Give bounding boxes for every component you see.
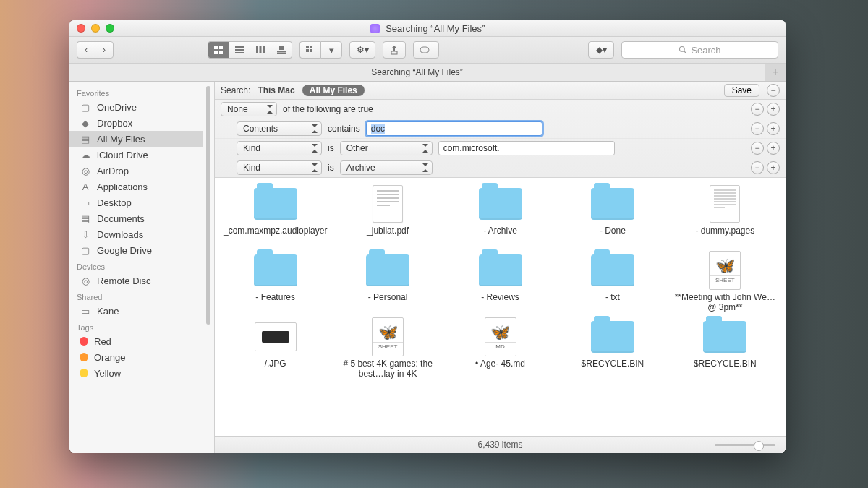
sidebar-item-label: Yellow xyxy=(94,368,121,379)
criterion-3-field[interactable]: Kind xyxy=(237,160,322,175)
file-item[interactable]: $RECYCLE.BIN xyxy=(671,318,780,380)
pages-document-icon xyxy=(710,185,740,223)
tag-icon xyxy=(420,46,433,54)
criterion-2-remove-button[interactable]: − xyxy=(751,142,764,155)
criterion-2-field[interactable]: Kind xyxy=(237,141,322,155)
sidebar-tag-red[interactable]: Red xyxy=(69,333,203,349)
sidebar-item-desktop[interactable]: ▭ Desktop xyxy=(69,194,203,210)
svg-rect-14 xyxy=(310,46,312,48)
criterion-3-add-button[interactable]: + xyxy=(767,161,780,174)
file-document-icon: 🦋SHEET xyxy=(709,251,741,290)
action-button[interactable]: ⚙▾ xyxy=(349,41,375,59)
criterion-1-field[interactable]: Contents xyxy=(237,121,322,136)
criterion-1-add-button[interactable]: + xyxy=(767,122,780,135)
file-item[interactable]: $RECYCLE.BIN xyxy=(558,318,667,380)
sidebar-item-label: Kane xyxy=(97,306,119,317)
sidebar-tag-orange[interactable]: Orange xyxy=(69,349,203,365)
view-list-button[interactable] xyxy=(229,41,250,59)
plus-icon: + xyxy=(772,66,778,79)
criterion-1-value-input[interactable]: doc xyxy=(366,121,542,136)
sidebar-item-dropbox[interactable]: ◆ Dropbox xyxy=(69,115,203,131)
sidebar-item-all-my-files[interactable]: ▤ All My Files xyxy=(69,131,203,147)
save-button[interactable]: Save xyxy=(724,84,760,97)
icon-zoom-slider[interactable] xyxy=(715,441,775,448)
file-item[interactable]: - Personal xyxy=(333,252,442,314)
file-item[interactable]: - Features xyxy=(221,252,330,314)
file-grid[interactable]: _com.maxmpz.audioplayer_jubilat.pdf- Arc… xyxy=(215,178,786,436)
folder-icon xyxy=(479,254,522,286)
search-input[interactable]: Search xyxy=(621,41,778,59)
file-item[interactable]: - txt xyxy=(558,252,667,314)
criterion-0-remove-button[interactable]: − xyxy=(751,103,764,116)
folder-icon xyxy=(591,321,634,353)
scope-this-mac[interactable]: This Mac xyxy=(258,85,294,95)
svg-rect-5 xyxy=(235,49,244,51)
tags-button[interactable] xyxy=(413,41,439,59)
slider-thumb[interactable] xyxy=(754,441,764,451)
file-item[interactable]: _jubilat.pdf xyxy=(333,185,442,247)
main-pane: Search: This Mac All My Files Save − Non… xyxy=(215,82,786,453)
sidebar-item-googledrive[interactable]: ▢ Google Drive xyxy=(69,242,203,258)
file-item[interactable]: - dummy.pages xyxy=(671,185,780,247)
criterion-3-remove-button[interactable]: − xyxy=(751,161,764,174)
file-item[interactable]: 🦋SHEET# 5 best 4K games: the best…lay in… xyxy=(333,318,442,380)
criterion-3-value-kind[interactable]: Archive xyxy=(340,160,433,175)
search-placeholder: Search xyxy=(691,45,720,56)
sidebar-item-label: Documents xyxy=(97,213,145,224)
sidebar-item-documents[interactable]: ▤ Documents xyxy=(69,210,203,226)
criterion-1-remove-button[interactable]: − xyxy=(751,122,764,135)
svg-rect-2 xyxy=(214,51,218,54)
file-item[interactable]: - Reviews xyxy=(446,252,555,314)
forward-button[interactable]: › xyxy=(95,41,114,59)
folder-icon xyxy=(366,254,409,286)
criterion-1-value: doc xyxy=(371,124,385,134)
sidebar-item-icloud[interactable]: ☁ iCloud Drive xyxy=(69,147,203,163)
status-bar: 6,439 items xyxy=(215,436,786,453)
file-item[interactable]: _com.maxmpz.audioplayer xyxy=(221,185,330,247)
sidebar-item-shared-kane[interactable]: ▭ Kane xyxy=(69,303,203,319)
criterion-2-add-button[interactable]: + xyxy=(767,142,780,155)
tab-label: Searching “All My Files” xyxy=(371,67,463,77)
list-view-icon xyxy=(234,45,244,55)
sidebar-item-airdrop[interactable]: ◎ AirDrop xyxy=(69,163,203,179)
sidebar-item-label: Downloads xyxy=(97,229,143,240)
svg-rect-13 xyxy=(306,46,309,48)
sidebar-item-remote-disc[interactable]: ◎ Remote Disc xyxy=(69,273,203,288)
sidebar-item-downloads[interactable]: ⇩ Downloads xyxy=(69,226,203,242)
sidebar-item-applications[interactable]: A Applications xyxy=(69,179,203,194)
sidebar-scrollbar[interactable] xyxy=(203,82,214,453)
view-columns-button[interactable] xyxy=(250,41,271,59)
file-item-label: /.JPG xyxy=(262,359,289,380)
criterion-1-verb: contains xyxy=(328,124,360,134)
file-item[interactable]: - Done xyxy=(558,185,667,247)
desktop-icon: ▭ xyxy=(80,197,91,208)
tab-searching[interactable]: Searching “All My Files” xyxy=(69,64,765,81)
criterion-0-matcher[interactable]: None xyxy=(221,102,277,116)
file-item[interactable]: 🦋MD• Age- 45.md xyxy=(446,318,555,380)
view-icon-button[interactable] xyxy=(208,41,229,59)
criterion-0-add-button[interactable]: + xyxy=(767,103,780,116)
sidebar-item-onedrive[interactable]: ▢ OneDrive xyxy=(69,99,203,115)
sidebar-tag-yellow[interactable]: Yellow xyxy=(69,365,203,381)
file-item[interactable]: 🦋SHEET**Meeting with John We…@ 3pm** xyxy=(671,252,780,314)
dropbox-button[interactable]: ◆▾ xyxy=(588,41,614,59)
file-item[interactable]: - Archive xyxy=(446,185,555,247)
criterion-2-value-kind[interactable]: Other xyxy=(340,141,433,155)
criterion-0-text: of the following are true xyxy=(283,104,373,114)
icon-view-icon xyxy=(213,45,224,55)
view-coverflow-button[interactable] xyxy=(271,41,292,59)
back-button[interactable]: ‹ xyxy=(77,41,95,59)
arrange-button[interactable]: ▾ xyxy=(299,41,342,59)
remove-root-criterion-button[interactable]: − xyxy=(767,84,780,97)
tab-new-button[interactable]: + xyxy=(765,64,786,81)
share-button[interactable] xyxy=(383,41,406,59)
scrollbar-thumb[interactable] xyxy=(206,86,210,325)
sidebar-item-label: Applications xyxy=(97,181,148,192)
scope-all-my-files[interactable]: All My Files xyxy=(302,85,365,96)
sidebar-item-label: Desktop xyxy=(97,197,132,208)
tag-dot-orange-icon xyxy=(80,353,88,361)
file-item[interactable]: /.JPG xyxy=(221,318,330,380)
svg-rect-15 xyxy=(306,49,309,52)
criterion-2-value-input[interactable]: com.microsoft. xyxy=(438,141,615,155)
titlebar[interactable]: Searching “All My Files” xyxy=(69,20,786,37)
